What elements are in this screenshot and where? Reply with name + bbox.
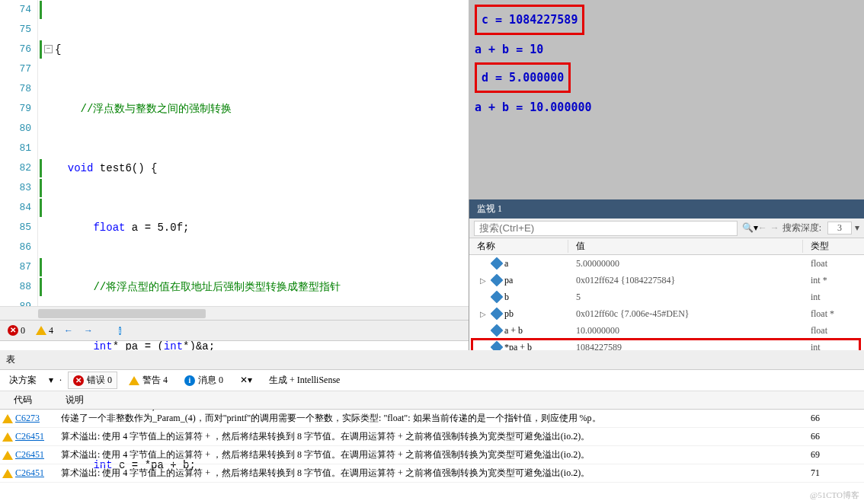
warning-icon [2,414,13,423]
code-editor: 74 75 76 77 78 79 80 81 82 83 84 85 86 8… [0,0,469,320]
highlight-box: d = 5.000000 [475,62,571,93]
error-line: 69 [811,449,864,461]
console-output: c = 1084227589 a + b = 10 d = 5.000000 a… [469,0,864,199]
expand-icon[interactable]: ▷ [480,276,486,285]
error-code-link[interactable]: C26451 [15,431,44,442]
error-filter-bar: 决方案 ▾ · ✕错误 0 警告 4 i消息 0 ✕▾ 生成 + Intelli… [0,370,864,391]
var-type: int * [803,275,864,286]
var-type: float * [803,308,864,320]
error-line: 66 [811,413,864,424]
error-count[interactable]: ✕0 [8,325,25,337]
var-name: a [504,258,508,270]
filter-messages[interactable]: i消息 0 [179,372,229,389]
watermark: @51CTO博客 [810,490,859,501]
watch-row[interactable]: a + b10.0000000float [469,322,864,339]
error-line: 66 [811,431,864,442]
watch-toolbar: 🔍▾ ← → 搜索深度: 3 ▾ [469,219,864,238]
var-value: 5.00000000 [568,258,803,270]
var-icon [491,324,504,337]
error-row[interactable]: C26451算术溢出: 使用 4 字节值上的运算符 + ，然后将结果转换到 8 … [0,464,864,483]
error-code-link[interactable]: C6273 [15,413,40,423]
watch-row[interactable]: a5.00000000float [469,255,864,272]
var-name: pa [504,275,513,286]
var-icon [491,291,504,304]
var-value: 10.0000000 [568,325,803,337]
watch-row[interactable]: ▷pa0x012ff624 {1084227584}int * [469,272,864,289]
var-name: pb [504,308,514,320]
dropdown-icon[interactable]: ▾ [49,375,53,386]
tab-solution[interactable]: 决方案 [3,371,43,390]
nav-prev-icon[interactable]: ← [758,222,767,234]
var-value: 0x012ff624 {1084227584} [568,275,803,286]
warning-icon [2,469,13,478]
var-value: 0x012ff60c {7.006e-45#DEN} [568,308,803,320]
warning-icon [2,432,13,442]
warning-count[interactable]: 4 [36,325,53,337]
error-code-link[interactable]: C26451 [15,449,44,460]
error-list: C6273传递了一个非整数作为_Param_(4)，而对"printf"的调用需… [0,410,864,483]
error-desc: 算术溢出: 使用 4 字节值上的运算符 + ，然后将结果转换到 8 字节值。在调… [61,448,811,461]
filter-clear[interactable]: ✕▾ [235,372,258,388]
watch-row[interactable]: b5int [469,289,864,305]
var-icon [491,257,504,270]
search-icon[interactable]: 🔍▾ [742,222,758,234]
watch-columns: 名称 值 类型 [469,238,864,255]
line-gutter: 74 75 76 77 78 79 80 81 82 83 84 85 86 8… [0,0,38,320]
nav-prev-icon[interactable]: ← [64,325,73,337]
filter-build[interactable]: 生成 + IntelliSense [264,372,345,389]
error-desc: 算术溢出: 使用 4 字节值上的运算符 + ，然后将结果转换到 8 字节值。在调… [61,467,811,480]
error-desc: 算术溢出: 使用 4 字节值上的运算符 + ，然后将结果转换到 8 字节值。在调… [61,430,811,443]
filter-errors[interactable]: ✕错误 0 [68,372,117,389]
panel-tabs: 表 [0,350,864,370]
expand-icon[interactable]: ▷ [480,310,486,318]
nav-next-icon[interactable]: → [84,325,93,337]
var-name: a + b [504,325,523,337]
error-row[interactable]: C26451算术溢出: 使用 4 字节值上的运算符 + ，然后将结果转换到 8 … [0,446,864,464]
var-icon [491,308,504,321]
var-type: int [803,292,864,303]
change-marks: − [38,0,52,320]
var-type: float [803,258,864,270]
error-row[interactable]: C6273传递了一个非整数作为_Param_(4)，而对"printf"的调用需… [0,410,864,428]
error-list-header: 代码 说明 [0,391,864,410]
fold-icon[interactable]: − [44,45,53,53]
var-value: 5 [568,292,803,303]
warning-icon [2,451,13,460]
error-desc: 传递了一个非整数作为_Param_(4)，而对"printf"的调用需要一个整数… [61,412,811,425]
watch-search-input[interactable] [474,221,738,236]
tab-errorlist[interactable]: 表 [0,350,21,369]
var-icon [491,274,504,287]
watch-row[interactable]: ▷pb0x012ff60c {7.006e-45#DEN}float * [469,305,864,322]
info-toggle[interactable]: i [119,325,121,337]
var-name: b [504,292,509,303]
chevron-down-icon[interactable]: ▾ [855,222,859,234]
depth-select[interactable]: 3 [827,222,852,234]
error-line: 71 [811,467,864,479]
var-type: float [803,325,864,337]
editor-status-bar: ✕0 4 ← → i [0,320,469,341]
highlight-box: c = 1084227589 [475,5,584,35]
code-content[interactable]: { //浮点数与整数之间的强制转换 void test6() { float a… [52,0,469,320]
filter-warnings[interactable]: 警告 4 [123,372,173,389]
h-scrollbar[interactable] [0,306,469,320]
error-code-link[interactable]: C26451 [15,467,44,478]
error-row[interactable]: C26451算术溢出: 使用 4 字节值上的运算符 + ，然后将结果转换到 8 … [0,428,864,446]
watch-title: 监视 1 [469,199,864,219]
nav-next-icon[interactable]: → [770,222,779,234]
